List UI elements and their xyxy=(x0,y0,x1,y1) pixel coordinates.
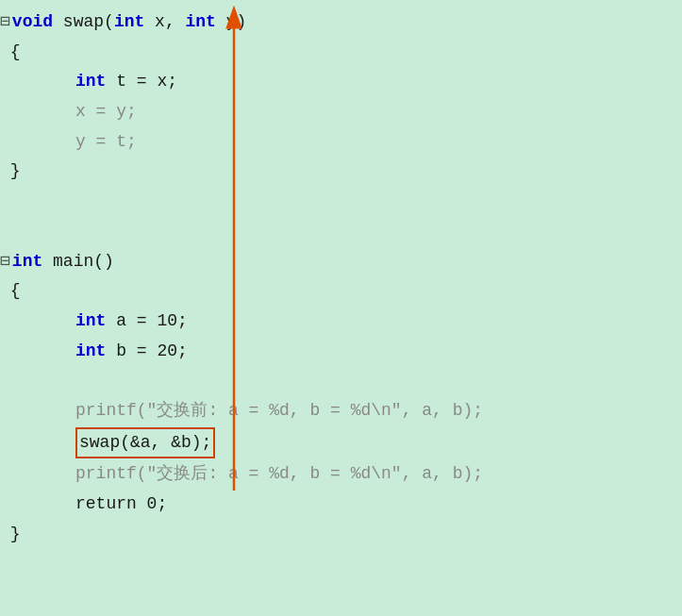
code-line-3: int t = x; xyxy=(75,67,682,97)
code-line-13 xyxy=(0,366,682,396)
code-text: a = 10; xyxy=(106,308,187,336)
code-line-7 xyxy=(0,187,682,217)
fold-icon-2[interactable]: ⊟ xyxy=(0,248,10,276)
code-line-15: swap(&a, &b); xyxy=(75,426,682,460)
kw-int-5: int xyxy=(75,308,106,336)
code-text: printf("交换后: a = %d, b = %d\n", a, b); xyxy=(75,460,483,489)
code-line-1: ⊟void swap(int x, int y) xyxy=(0,8,682,38)
code-text: b = 20; xyxy=(106,338,187,366)
code-text: swap( xyxy=(63,8,114,37)
highlighted-call: swap(&a, &b); xyxy=(75,427,215,459)
code-line-16: printf("交换后: a = %d, b = %d\n", a, b); xyxy=(75,459,682,490)
code-text: { xyxy=(0,39,21,67)
code-text: } xyxy=(0,158,21,186)
code-line-14: printf("交换前: a = %d, b = %d\n", a, b); xyxy=(75,396,682,426)
code-line-2: { xyxy=(0,38,682,68)
code-text: } xyxy=(0,521,21,549)
kw-int-1: int xyxy=(114,8,144,37)
code-line-18: } xyxy=(0,520,682,550)
code-text: swap(&a, &b); xyxy=(79,433,211,452)
code-line-5: y = t; xyxy=(75,127,682,158)
code-text: t = x; xyxy=(106,68,177,96)
code-line-4: x = y; xyxy=(75,97,682,127)
kw-int-2: int xyxy=(186,8,216,37)
code-text: y) xyxy=(216,8,246,37)
code-text: main() xyxy=(42,248,114,276)
kw-int-4: int xyxy=(12,248,42,276)
code-text: x = y; xyxy=(75,98,137,126)
kw-int-6: int xyxy=(75,338,106,366)
kw-void: void xyxy=(12,8,63,37)
code-line-11: int a = 10; xyxy=(75,307,682,337)
code-line-8 xyxy=(0,217,682,247)
code-line-6: } xyxy=(0,157,682,187)
code-line-9: ⊟int main() xyxy=(0,247,682,277)
code-line-10: { xyxy=(0,276,682,307)
code-line-12: int b = 20; xyxy=(75,337,682,367)
fold-icon-1[interactable]: ⊟ xyxy=(0,8,10,37)
kw-int-3: int xyxy=(75,68,106,96)
code-text: y = t; xyxy=(75,128,137,157)
code-text: return 0; xyxy=(75,491,167,519)
code-line-17: return 0; xyxy=(75,490,682,520)
code-text: x, xyxy=(144,8,185,37)
code-editor: ⊟void swap(int x, int y) { int t = x; x … xyxy=(0,0,682,616)
code-text: printf("交换前: a = %d, b = %d\n", a, b); xyxy=(75,397,483,425)
code-text: { xyxy=(0,277,21,306)
